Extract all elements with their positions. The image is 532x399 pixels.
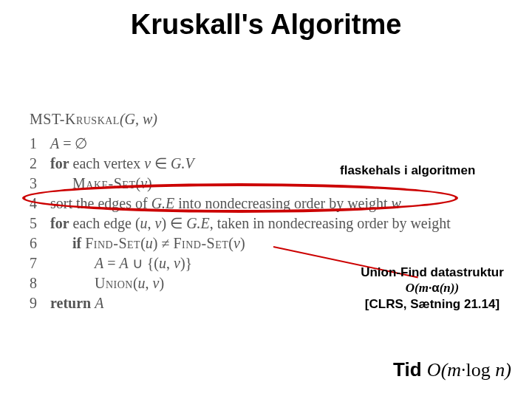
annotation-bottleneck: flaskehals i algoritmen (340, 163, 475, 178)
line-number: 2 (30, 154, 50, 174)
algo-line: 5 for each edge (u, v) ∈ G.E, taken in n… (30, 214, 451, 233)
dot-log: ·log (461, 359, 495, 381)
annotation-unionfind: Union-Find datastruktur O(m·α(n)) [CLRS,… (347, 265, 517, 312)
line-number: 8 (30, 273, 50, 293)
big-o: O (427, 359, 441, 381)
line-number: 7 (30, 253, 50, 273)
line-number: 5 (30, 214, 50, 233)
algorithm-header: MST-Kruskal(G, w) (30, 109, 451, 129)
var-m: m (447, 359, 461, 381)
function-args: (G, w) (120, 111, 157, 127)
annotation-unionfind-l1: Union-Find datastruktur (347, 265, 517, 280)
uf-pre: O(m· (406, 281, 432, 295)
time-label: Tid (393, 358, 427, 381)
highlight-ellipse (22, 183, 458, 213)
function-name: MST-Kruskal (30, 111, 120, 127)
var-n: n (495, 359, 505, 381)
annotation-unionfind-l3: [CLRS, Sætning 21.14] (347, 296, 517, 312)
uf-post: (n)) (440, 281, 459, 295)
line-code: for each edge (u, v) ∈ G.E, taken in non… (50, 214, 451, 233)
paren-open: ( (441, 359, 448, 381)
annotation-unionfind-l2: O(m·α(n)) (347, 280, 517, 296)
line-number: 1 (30, 134, 50, 154)
algo-line: 1 A = ∅ (30, 134, 451, 154)
line-code: if Find-Set(u) ≠ Find-Set(v) (50, 233, 451, 253)
algo-line: 6 if Find-Set(u) ≠ Find-Set(v) (30, 233, 451, 253)
line-code: A = ∅ (50, 134, 451, 154)
line-number: 6 (30, 233, 50, 253)
slide-title: Kruskall's Algoritme (0, 9, 532, 41)
line-number: 9 (30, 293, 50, 313)
time-complexity: Tid O(m·log n) (393, 358, 511, 381)
paren-close: ) (505, 359, 511, 381)
uf-alpha: α (432, 281, 439, 295)
slide: Kruskall's Algoritme MST-Kruskal(G, w) 1… (0, 0, 532, 399)
